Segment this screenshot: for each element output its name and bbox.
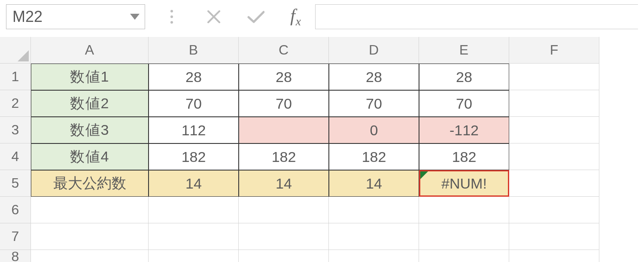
cell-A8[interactable] <box>31 250 149 262</box>
cell-D7[interactable] <box>329 223 419 250</box>
cell-C2[interactable]: 70 <box>239 90 329 117</box>
cell-B3[interactable]: 112 <box>149 117 239 143</box>
svg-marker-0 <box>130 14 140 20</box>
row-header-4[interactable]: 4 <box>0 143 31 170</box>
cell-A1[interactable]: 数値1 <box>31 64 149 90</box>
cell-B8[interactable] <box>149 250 239 262</box>
col-header-C[interactable]: C <box>239 37 329 64</box>
row-header-3[interactable]: 3 <box>0 117 31 143</box>
svg-point-2 <box>170 15 173 18</box>
customize-qat-icon[interactable] <box>162 7 181 26</box>
cell-A4[interactable]: 数値4 <box>31 143 149 170</box>
cell-D2[interactable]: 70 <box>329 90 419 117</box>
cell-E2[interactable]: 70 <box>419 90 509 117</box>
cell-E8[interactable] <box>419 250 509 262</box>
formula-bar-buttons: fx <box>157 5 303 28</box>
cancel-icon <box>204 7 223 26</box>
cell-B7[interactable] <box>149 223 239 250</box>
cell-A2[interactable]: 数値2 <box>31 90 149 117</box>
row-header-1[interactable]: 1 <box>0 64 31 90</box>
cell-B1[interactable]: 28 <box>149 64 239 90</box>
cell-F4[interactable] <box>509 143 599 170</box>
cell-C7[interactable] <box>239 223 329 250</box>
cell-B4[interactable]: 182 <box>149 143 239 170</box>
col-header-E[interactable]: E <box>419 37 509 64</box>
spreadsheet-grid: A B C D E F 1 数値1 28 28 28 28 2 数値2 70 7… <box>0 37 644 262</box>
cell-E6[interactable] <box>419 197 509 223</box>
name-box[interactable]: M22 <box>6 4 145 29</box>
svg-point-1 <box>170 10 173 12</box>
cell-F6[interactable] <box>509 197 599 223</box>
row-header-6[interactable]: 6 <box>0 197 31 223</box>
cell-F7[interactable] <box>509 223 599 250</box>
cell-D8[interactable] <box>329 250 419 262</box>
cell-D6[interactable] <box>329 197 419 223</box>
col-header-F[interactable]: F <box>509 37 599 64</box>
cell-A5[interactable]: 最大公約数 <box>31 170 149 197</box>
row-header-5[interactable]: 5 <box>0 170 31 197</box>
cell-C3[interactable] <box>239 117 329 143</box>
excel-window: M22 <box>0 0 644 262</box>
svg-point-3 <box>170 21 173 24</box>
cell-D5[interactable]: 14 <box>329 170 419 197</box>
col-header-B[interactable]: B <box>149 37 239 64</box>
cell-B5[interactable]: 14 <box>149 170 239 197</box>
cell-E4[interactable]: 182 <box>419 143 509 170</box>
enter-icon <box>246 7 265 26</box>
cell-F3[interactable] <box>509 117 599 143</box>
formula-bar-row: M22 <box>0 0 644 37</box>
select-all-corner[interactable] <box>0 37 31 64</box>
cell-E5[interactable]: #NUM! <box>419 170 509 197</box>
name-box-value: M22 <box>12 8 43 26</box>
cell-E1[interactable]: 28 <box>419 64 509 90</box>
cell-B2[interactable]: 70 <box>149 90 239 117</box>
cell-B6[interactable] <box>149 197 239 223</box>
cell-F5[interactable] <box>509 170 599 197</box>
cell-F2[interactable] <box>509 90 599 117</box>
cell-C5[interactable]: 14 <box>239 170 329 197</box>
row-header-7[interactable]: 7 <box>0 223 31 250</box>
row-header-8[interactable]: 8 <box>0 250 31 262</box>
cell-C8[interactable] <box>239 250 329 262</box>
col-header-A[interactable]: A <box>31 37 149 64</box>
cell-E7[interactable] <box>419 223 509 250</box>
cell-C1[interactable]: 28 <box>239 64 329 90</box>
cell-A6[interactable] <box>31 197 149 223</box>
cell-F1[interactable] <box>509 64 599 90</box>
row-header-2[interactable]: 2 <box>0 90 31 117</box>
cell-A7[interactable] <box>31 223 149 250</box>
formula-input[interactable] <box>315 4 638 29</box>
cell-D4[interactable]: 182 <box>329 143 419 170</box>
cell-D1[interactable]: 28 <box>329 64 419 90</box>
cell-C4[interactable]: 182 <box>239 143 329 170</box>
cell-D3[interactable]: 0 <box>329 117 419 143</box>
cell-C6[interactable] <box>239 197 329 223</box>
insert-function-icon[interactable]: fx <box>289 5 303 28</box>
cell-A3[interactable]: 数値3 <box>31 117 149 143</box>
cell-E3[interactable]: -112 <box>419 117 509 143</box>
col-header-D[interactable]: D <box>329 37 419 64</box>
cell-F8[interactable] <box>509 250 599 262</box>
name-box-dropdown-icon[interactable] <box>130 14 140 20</box>
